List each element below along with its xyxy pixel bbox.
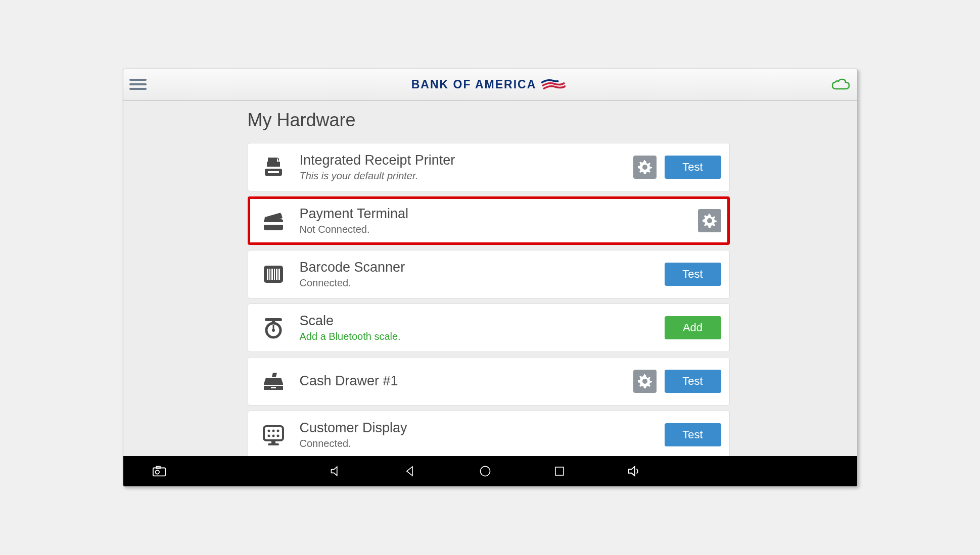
svg-point-3: [480, 466, 490, 476]
gear-icon: [702, 213, 717, 228]
svg-point-2: [155, 470, 159, 474]
hardware-item[interactable]: Cash Drawer #1Test: [248, 357, 730, 406]
hardware-item-subtitle: Not Connected.: [300, 224, 698, 235]
cloud-status-icon[interactable]: [830, 77, 851, 91]
hardware-item-subtitle: This is your default printer.: [300, 170, 633, 182]
brand-logo: BANK OF AMERICA: [411, 77, 566, 92]
printer-icon: [256, 155, 291, 180]
hardware-item-actions: Test: [665, 263, 721, 286]
brand-text: BANK OF AMERICA: [411, 78, 537, 91]
add-button[interactable]: Add: [665, 316, 721, 339]
hardware-item-actions: Test: [665, 423, 721, 446]
system-nav-bar: [123, 456, 857, 486]
card-icon: [256, 208, 291, 233]
hardware-item-text: Customer DisplayConnected.: [300, 420, 665, 449]
camera-icon[interactable]: [152, 464, 167, 479]
settings-button[interactable]: [633, 370, 657, 393]
hardware-list: Integrated Receipt PrinterThis is your d…: [248, 143, 730, 456]
volume-down-icon[interactable]: [329, 464, 344, 479]
content-area: My Hardware Integrated Receipt PrinterTh…: [123, 100, 857, 456]
display-icon: [256, 422, 291, 447]
hardware-item-actions: Test: [633, 156, 721, 179]
hardware-item-actions: [698, 209, 721, 232]
recents-icon[interactable]: [552, 464, 567, 479]
test-button[interactable]: Test: [665, 263, 721, 286]
hardware-item[interactable]: Payment TerminalNot Connected.: [248, 196, 730, 245]
hardware-item-actions: Test: [633, 370, 721, 393]
svg-rect-4: [555, 467, 564, 475]
hardware-item[interactable]: Barcode ScannerConnected.Test: [248, 250, 730, 298]
settings-button[interactable]: [633, 156, 657, 179]
hardware-item-text: Cash Drawer #1: [300, 373, 633, 389]
hardware-item-title: Cash Drawer #1: [300, 373, 633, 389]
hardware-item-subtitle: Connected.: [300, 277, 665, 289]
hardware-item-text: Barcode ScannerConnected.: [300, 259, 665, 289]
hardware-item-title: Barcode Scanner: [300, 259, 665, 275]
home-icon[interactable]: [478, 464, 493, 479]
hardware-item-title: Payment Terminal: [300, 206, 698, 222]
app-frame: BANK OF AMERICA My Hardware Integrated R…: [123, 69, 858, 487]
hardware-item[interactable]: Integrated Receipt PrinterThis is your d…: [248, 143, 730, 191]
hardware-item-title: Scale: [300, 313, 665, 329]
settings-button[interactable]: [698, 209, 721, 232]
test-button[interactable]: Test: [665, 370, 721, 393]
hardware-item[interactable]: ScaleAdd a Bluetooth scale.Add: [248, 304, 730, 352]
gear-icon: [637, 374, 652, 389]
hardware-item[interactable]: Customer DisplayConnected.Test: [248, 411, 730, 456]
page-title: My Hardware: [248, 110, 857, 131]
top-bar: BANK OF AMERICA: [123, 69, 857, 100]
hardware-item-subtitle: Connected.: [300, 438, 665, 449]
hardware-item-text: Integrated Receipt PrinterThis is your d…: [300, 152, 633, 182]
back-icon[interactable]: [403, 464, 418, 479]
volume-up-icon[interactable]: [627, 464, 642, 479]
hardware-item-title: Integrated Receipt Printer: [300, 152, 633, 168]
hardware-item-text: ScaleAdd a Bluetooth scale.: [300, 313, 665, 342]
hardware-item-text: Payment TerminalNot Connected.: [300, 206, 698, 235]
test-button[interactable]: Test: [665, 156, 721, 179]
gear-icon: [637, 160, 652, 175]
brand-flag-icon: [541, 77, 566, 92]
hardware-item-actions: Add: [665, 316, 721, 339]
svg-rect-1: [156, 466, 160, 468]
drawer-icon: [256, 369, 291, 394]
scale-icon: [256, 315, 291, 340]
menu-button[interactable]: [129, 76, 147, 92]
barcode-icon: [256, 262, 291, 287]
hardware-item-title: Customer Display: [300, 420, 665, 436]
hardware-item-subtitle: Add a Bluetooth scale.: [300, 331, 665, 342]
test-button[interactable]: Test: [665, 423, 721, 446]
